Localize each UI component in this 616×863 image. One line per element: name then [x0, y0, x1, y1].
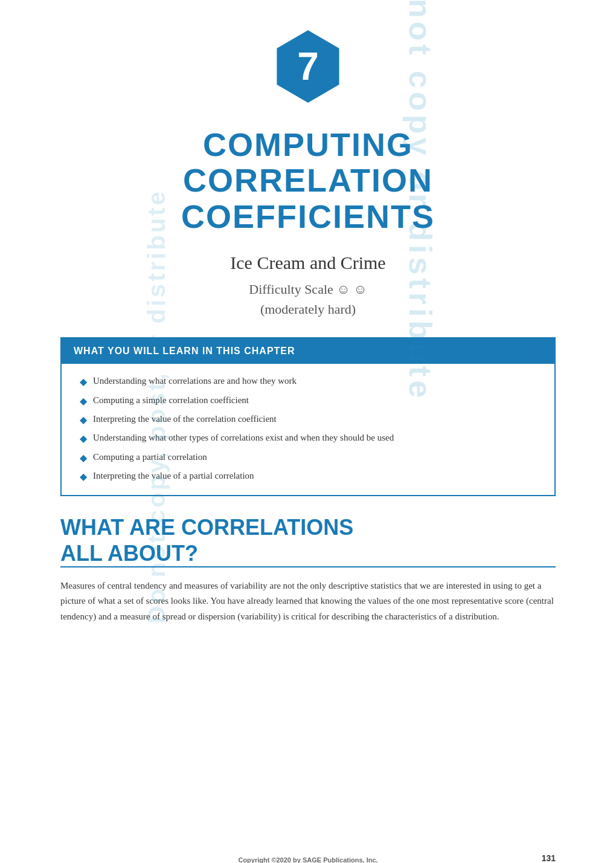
chapter-number: 7 [297, 47, 319, 86]
learn-box-content: ◆ Understanding what correlations are an… [62, 364, 554, 494]
subtitle-section: Ice Cream and Crime Difficulty Scale ☺ ☺… [60, 253, 556, 319]
learn-item-text-4: Understanding what other types of correl… [93, 432, 394, 444]
list-item: ◆ Computing a simple correlation coeffic… [80, 394, 542, 408]
list-item: ◆ Understanding what other types of corr… [80, 432, 542, 445]
list-item: ◆ Interpreting the value of the correlat… [80, 413, 542, 427]
title-line3: COEFFICIENTS [60, 199, 556, 234]
difficulty-line2: (moderately hard) [260, 302, 356, 317]
bullet-icon-2: ◆ [80, 395, 87, 408]
section-heading: WHAT ARE CORRELATIONS ALL ABOUT? [60, 514, 556, 567]
chapter-hex-container: 7 [60, 30, 556, 103]
learn-box-title: WHAT YOU WILL LEARN IN THIS CHAPTER [74, 346, 295, 356]
chapter-hexagon: 7 [272, 30, 344, 103]
learn-box-header: WHAT YOU WILL LEARN IN THIS CHAPTER [62, 338, 554, 364]
list-item: ◆ Computing a partial correlation [80, 451, 542, 465]
bullet-icon-4: ◆ [80, 432, 87, 445]
title-section: COMPUTING CORRELATION COEFFICIENTS [60, 127, 556, 234]
difficulty-line1: Difficulty Scale ☺ ☺ [249, 282, 367, 297]
chapter-subtitle: Ice Cream and Crime [60, 253, 556, 273]
title-line2: CORRELATION [60, 163, 556, 198]
section-title-line2: ALL ABOUT? [60, 540, 556, 566]
difficulty-scale: Difficulty Scale ☺ ☺ (moderately hard) [60, 279, 556, 319]
footer: Copyright ©2020 by SAGE Publications, In… [0, 855, 616, 863]
title-line1: COMPUTING [60, 127, 556, 163]
section-divider [60, 566, 556, 567]
learn-item-text-1: Understanding what correlations are and … [93, 375, 297, 387]
body-paragraph-1: Measures of central tendency and measure… [60, 578, 556, 625]
learn-item-text-6: Interpreting the value of a partial corr… [93, 470, 254, 482]
chapter-title: COMPUTING CORRELATION COEFFICIENTS [60, 127, 556, 234]
learn-item-text-2: Computing a simple correlation coefficie… [93, 394, 249, 407]
learn-box: WHAT YOU WILL LEARN IN THIS CHAPTER ◆ Un… [60, 337, 556, 496]
bullet-icon-3: ◆ [80, 413, 87, 427]
bullet-icon-5: ◆ [80, 451, 87, 465]
learn-item-text-3: Interpreting the value of the correlatio… [93, 413, 277, 425]
bullet-icon-6: ◆ [80, 470, 87, 483]
footer-copyright: Copyright ©2020 by SAGE Publications, In… [0, 855, 616, 863]
page: Do not copy or distribute Do not copy, p… [0, 30, 616, 863]
bullet-icon-1: ◆ [80, 375, 87, 389]
section-title-line1: WHAT ARE CORRELATIONS [60, 514, 556, 540]
section-title: WHAT ARE CORRELATIONS ALL ABOUT? [60, 514, 556, 566]
list-item: ◆ Understanding what correlations are an… [80, 375, 542, 389]
list-item: ◆ Interpreting the value of a partial co… [80, 470, 542, 483]
learn-item-text-5: Computing a partial correlation [93, 451, 207, 464]
